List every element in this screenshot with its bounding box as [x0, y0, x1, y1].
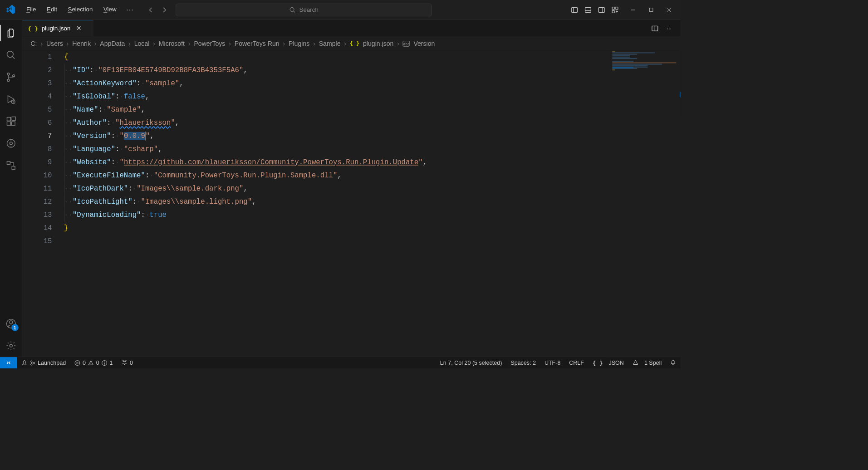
breadcrumb-part[interactable]: Users [46, 40, 63, 47]
split-editor-icon[interactable] [649, 23, 661, 34]
more-actions-icon[interactable]: ··· [663, 23, 675, 34]
svg-point-27 [33, 362, 34, 363]
svg-point-18 [10, 142, 12, 145]
text-editor[interactable]: 123456789101112131415 {··"ID":·"0F13EFB0… [22, 50, 681, 357]
menu-bar: File Edit Selection View ··· [21, 4, 138, 16]
svg-rect-6 [612, 10, 614, 13]
svg-rect-2 [585, 7, 591, 12]
svg-rect-14 [7, 122, 10, 125]
breadcrumb-symbol[interactable]: Version [413, 40, 435, 47]
svg-rect-4 [612, 7, 614, 9]
status-right: Ln 7, Col 20 (5 selected) Spaces: 2 UTF-… [436, 359, 680, 366]
menu-view[interactable]: View [98, 4, 122, 16]
status-launchpad[interactable]: Launchpad [17, 357, 70, 368]
window-close[interactable] [660, 3, 677, 17]
status-notifications[interactable] [666, 359, 681, 365]
json-file-icon: { } [28, 25, 38, 32]
svg-point-26 [31, 363, 32, 365]
tab-plugin-json[interactable]: { } plugin.json ✕ [22, 20, 93, 37]
activity-accounts[interactable]: 1 [0, 313, 22, 335]
tab-close-icon[interactable]: ✕ [76, 24, 82, 32]
svg-rect-20 [12, 166, 15, 170]
breadcrumb-part[interactable]: Henrik [72, 40, 91, 47]
remote-indicator[interactable] [0, 357, 17, 368]
breadcrumb-file[interactable]: plugin.json [363, 40, 393, 47]
breadcrumb-part[interactable]: Sample [319, 40, 341, 47]
main-area: 1 { } plugin.json ✕ ··· C:› Users› Henri… [0, 20, 681, 357]
activity-explorer[interactable] [0, 22, 22, 44]
command-center-search[interactable]: Search [176, 3, 432, 16]
tab-actions: ··· [649, 20, 681, 37]
activity-run-debug[interactable] [0, 88, 22, 110]
nav-arrows [145, 4, 170, 15]
svg-point-8 [7, 51, 13, 58]
breadcrumb-part[interactable]: PowerToys [194, 40, 225, 47]
svg-point-23 [10, 344, 12, 347]
svg-rect-1 [572, 7, 578, 12]
status-encoding[interactable]: UTF-8 [540, 359, 564, 366]
customize-layout-icon[interactable] [608, 3, 621, 16]
breadcrumb-part[interactable]: Local [134, 40, 150, 47]
svg-point-22 [9, 321, 12, 324]
search-placeholder: Search [299, 6, 319, 14]
activity-search[interactable] [0, 44, 22, 66]
breadcrumb-part[interactable]: AppData [100, 40, 125, 47]
toggle-primary-sidebar-icon[interactable] [568, 3, 581, 16]
status-cursor-position[interactable]: Ln 7, Col 20 (5 selected) [436, 359, 506, 366]
menu-overflow[interactable]: ··· [122, 4, 138, 16]
breadcrumb[interactable]: C:› Users› Henrik› AppData› Local› Micro… [22, 37, 681, 51]
window-minimize[interactable] [624, 3, 642, 17]
status-indentation[interactable]: Spaces: 2 [506, 359, 540, 366]
layout-controls [568, 3, 622, 16]
json-file-icon: { } [350, 40, 359, 47]
vscode-logo [4, 3, 17, 16]
svg-rect-5 [616, 7, 618, 9]
svg-rect-15 [11, 122, 15, 125]
status-ports[interactable]: 0 [117, 357, 137, 368]
accounts-badge: 1 [11, 324, 19, 331]
svg-point-0 [290, 7, 294, 11]
svg-rect-16 [12, 117, 15, 121]
tab-bar: { } plugin.json ✕ ··· [22, 20, 681, 37]
status-bar: Launchpad 0 0 1 0 Ln 7, Col 20 (5 select… [0, 357, 681, 368]
overview-ruler-marker [680, 92, 681, 98]
activity-extensions[interactable] [0, 110, 22, 132]
code-content[interactable]: {··"ID":·"0F13EFB04E5749BD92B8FA3B4353F5… [64, 50, 681, 357]
status-eol[interactable]: CRLF [565, 359, 588, 366]
breadcrumb-part[interactable]: PowerToys Run [235, 40, 280, 47]
svg-point-25 [31, 361, 32, 362]
activity-bar: 1 [0, 20, 22, 357]
svg-rect-7 [649, 8, 653, 12]
line-gutter: 123456789101112131415 [22, 50, 64, 357]
window-controls [624, 3, 678, 17]
breadcrumb-part[interactable]: Plugins [289, 40, 309, 47]
minimap[interactable] [609, 50, 681, 357]
status-language[interactable]: { } JSON [588, 359, 628, 366]
menu-edit[interactable]: Edit [42, 4, 62, 16]
editor-group: { } plugin.json ✕ ··· C:› Users› Henrik›… [22, 20, 681, 357]
menu-file[interactable]: File [21, 4, 41, 16]
activity-settings[interactable] [0, 335, 22, 357]
nav-forward[interactable] [159, 4, 170, 15]
toggle-secondary-sidebar-icon[interactable] [595, 3, 608, 16]
activity-remote-explorer[interactable] [0, 154, 22, 176]
svg-rect-3 [598, 7, 604, 12]
breadcrumb-part[interactable]: Microsoft [159, 40, 185, 47]
string-symbol-icon: abc [403, 41, 410, 47]
status-problems[interactable]: 0 0 1 [70, 357, 117, 368]
activity-source-control[interactable] [0, 66, 22, 88]
nav-back[interactable] [145, 4, 157, 15]
titlebar: File Edit Selection View ··· Search [0, 0, 681, 20]
svg-rect-19 [7, 162, 10, 165]
status-spell[interactable]: 1 Spell [628, 359, 666, 366]
svg-point-9 [7, 73, 10, 75]
menu-selection[interactable]: Selection [63, 4, 98, 16]
tab-label: plugin.json [42, 25, 71, 32]
svg-rect-13 [7, 118, 10, 121]
toggle-panel-icon[interactable] [582, 3, 594, 16]
breadcrumb-part[interactable]: C: [30, 40, 37, 47]
window-maximize[interactable] [642, 3, 660, 17]
activity-gitlens[interactable] [0, 132, 22, 155]
svg-point-10 [7, 79, 10, 82]
